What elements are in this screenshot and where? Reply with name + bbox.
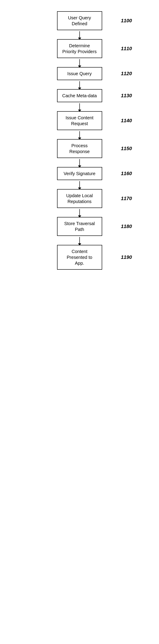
box-1140: Issue Content Request	[57, 111, 102, 130]
arrow-9	[0, 236, 159, 245]
arrow-1	[0, 30, 159, 39]
flow-step-1120: Issue Query 1120	[0, 67, 159, 80]
box-1140-text: Issue Content Request	[66, 115, 93, 126]
label-1150: 1150	[121, 146, 132, 152]
arrow-line-3	[79, 81, 80, 88]
label-1140: 1140	[121, 118, 132, 124]
arrow-5	[0, 130, 159, 139]
arrow-line-5	[79, 131, 80, 138]
box-1170-text: Update Local Reputations	[66, 193, 93, 204]
arrow-6	[0, 158, 159, 167]
label-1120: 1120	[121, 71, 132, 76]
flow-step-1130: Cache Meta-data 1130	[0, 89, 159, 102]
box-1100-text: User Query Defined	[68, 15, 91, 26]
box-1160: Verify Signature	[57, 167, 102, 180]
box-1180-text: Store Traversal Path	[64, 221, 95, 232]
box-1180: Store Traversal Path	[57, 217, 102, 236]
label-1160: 1160	[121, 170, 132, 176]
flow-step-1150: Process Response 1150	[0, 139, 159, 158]
arrow-line-1	[79, 31, 80, 38]
label-1110: 1110	[121, 46, 132, 52]
label-1170: 1170	[121, 196, 132, 202]
arrow-8	[0, 208, 159, 217]
arrow-line-6	[79, 159, 80, 166]
flow-step-1190: Content Presented to App. 1190	[0, 245, 159, 270]
flow-step-1110: Determine Priority Providers 1110	[0, 39, 159, 58]
box-1130-text: Cache Meta-data	[62, 93, 97, 98]
arrow-line-8	[79, 209, 80, 216]
box-1110-text: Determine Priority Providers	[62, 43, 97, 54]
arrow-4	[0, 102, 159, 111]
box-1150-text: Process Response	[69, 143, 90, 154]
flowchart: User Query Defined 1100 Determine Priori…	[0, 7, 159, 637]
box-1190: Content Presented to App.	[57, 245, 102, 270]
arrow-7	[0, 180, 159, 189]
label-1130: 1130	[121, 93, 132, 98]
arrow-3	[0, 80, 159, 89]
flow-step-1160: Verify Signature 1160	[0, 167, 159, 180]
flow-step-1170: Update Local Reputations 1170	[0, 189, 159, 208]
flow-step-1100: User Query Defined 1100	[0, 11, 159, 30]
box-1150: Process Response	[57, 139, 102, 158]
label-1180: 1180	[121, 224, 132, 229]
arrow-line-4	[79, 103, 80, 110]
label-1100: 1100	[121, 18, 132, 24]
box-1120: Issue Query	[57, 67, 102, 80]
arrow-line-9	[79, 237, 80, 244]
flow-step-1140: Issue Content Request 1140	[0, 111, 159, 130]
box-1160-text: Verify Signature	[64, 171, 95, 176]
label-1190: 1190	[121, 254, 132, 260]
flow-step-1180: Store Traversal Path 1180	[0, 217, 159, 236]
box-1110: Determine Priority Providers	[57, 39, 102, 58]
box-1120-text: Issue Query	[67, 71, 92, 76]
box-1130: Cache Meta-data	[57, 89, 102, 102]
box-1190-text: Content Presented to App.	[67, 249, 92, 266]
arrow-line-2	[79, 59, 80, 66]
box-1100: User Query Defined	[57, 11, 102, 30]
arrow-line-7	[79, 181, 80, 188]
arrow-2	[0, 58, 159, 67]
box-1170: Update Local Reputations	[57, 189, 102, 208]
